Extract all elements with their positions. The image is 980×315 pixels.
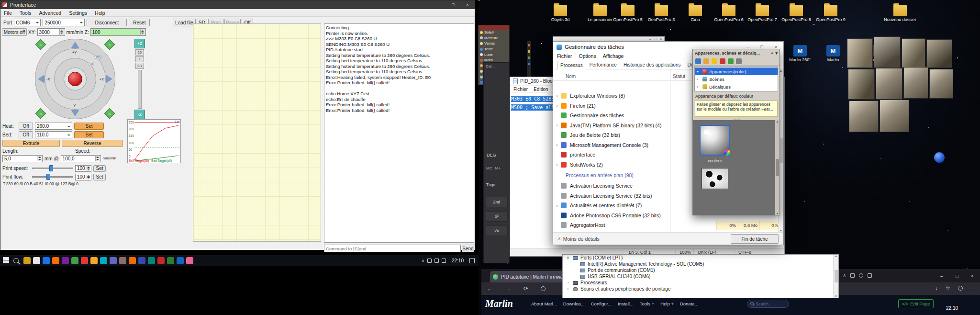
expand-icon[interactable]: ›	[566, 287, 570, 291]
scroll-down-icon[interactable]: ▼	[776, 212, 779, 215]
scroll-down-icon[interactable]: ▼	[835, 295, 837, 298]
planet-list-item[interactable]: Venus	[479, 41, 509, 46]
tray-chevron-up-icon[interactable]: ∧	[422, 259, 424, 263]
expand-icon[interactable]: ›	[553, 103, 561, 108]
jog-y-plus-arrow-icon[interactable]	[71, 42, 79, 48]
less-details-toggle[interactable]: ∧ Moins de détails	[558, 236, 600, 242]
nav-link[interactable]: Downloa...	[563, 301, 585, 306]
pattern-thumbnail[interactable]	[702, 168, 728, 189]
taskbar-app-icon[interactable]	[33, 257, 40, 264]
scroll-up-icon[interactable]: ▲	[835, 255, 837, 258]
appearance-ball-icon[interactable]	[720, 58, 725, 64]
tab[interactable]: Processus	[557, 61, 586, 69]
maximize-button[interactable]: □	[655, 37, 657, 41]
nav-link[interactable]: Donate...	[680, 301, 699, 306]
expand-icon[interactable]: ›	[553, 142, 561, 147]
taskbar-app-icon[interactable]	[62, 257, 69, 264]
second-function-button[interactable]: 2nd	[486, 197, 508, 207]
folder-icon[interactable]	[703, 58, 709, 64]
z-speed-stepper[interactable]: 100	[90, 28, 146, 36]
jog-x-plus-arrow-icon[interactable]	[106, 75, 112, 83]
print-speed-slider[interactable]	[32, 165, 73, 172]
home-x-button[interactable]: ⌂	[35, 39, 46, 50]
extrude-button[interactable]: Extrude	[2, 140, 60, 147]
xy-jog-pad[interactable]: +Y -Y -X +X ⌂ ⌂ ⌂ ⌂ 100 10	[35, 39, 115, 119]
expand-icon[interactable]: ›	[697, 77, 701, 81]
toolbar-icon[interactable]	[528, 63, 530, 65]
taskbar-app-icon[interactable]	[148, 257, 155, 264]
maximize-button[interactable]: □	[949, 269, 965, 282]
z-step-button[interactable]: 10	[135, 49, 144, 56]
disconnect-button[interactable]: Disconnect	[87, 19, 127, 26]
palette-scrollbar[interactable]: ▲▼	[775, 120, 780, 215]
pin-icon[interactable]: ▾	[775, 51, 778, 56]
desktop-icon[interactable]: OenPostPro 3	[644, 5, 679, 22]
bed-off-button[interactable]: Off	[19, 131, 33, 138]
menu-item[interactable]: Tools	[20, 10, 32, 16]
menu-item[interactable]: Fichier	[557, 53, 572, 59]
menu-item[interactable]: Settings	[69, 10, 87, 16]
site-search[interactable]	[747, 300, 789, 308]
planet-list-item[interactable]: Mercure	[479, 35, 509, 41]
jog-x-minus-arrow-icon[interactable]	[38, 75, 45, 83]
nav-link[interactable]: Configur...	[591, 301, 612, 306]
menu-item[interactable]: Fichier	[513, 87, 528, 92]
device-manager-scrollbar[interactable]: ▲▼	[833, 255, 838, 298]
taskbar-app-icon[interactable]	[186, 257, 193, 264]
load-file-button[interactable]: Load file	[173, 19, 196, 26]
nav-link[interactable]: Tools +	[640, 301, 654, 306]
z-minus-button[interactable]: -Z	[134, 110, 145, 119]
nav-link[interactable]: Help +	[660, 301, 674, 306]
expand-icon[interactable]: ›	[553, 162, 561, 167]
heat-temp-select[interactable]: 260.0	[35, 123, 72, 130]
command-input[interactable]	[324, 245, 461, 252]
expand-icon[interactable]: ›	[553, 203, 561, 208]
taskbar-app-icon[interactable]	[52, 257, 59, 264]
extrude-speed-stepper[interactable]: 100,0	[61, 155, 101, 162]
expand-icon[interactable]: ›	[566, 281, 570, 285]
taskbar-app-icon[interactable]	[90, 257, 98, 264]
xy-speed-stepper[interactable]: 3000	[37, 28, 65, 36]
calculator-mode[interactable]: DEG	[487, 153, 496, 158]
home-icon[interactable]	[695, 58, 701, 64]
heat-off-button[interactable]: Off	[19, 123, 33, 130]
memory-button[interactable]: MC	[486, 166, 492, 170]
print-speed-field[interactable]: 100	[75, 165, 91, 172]
printer-log-panel[interactable]: Connecting...Printer is now online.>>> M…	[324, 23, 474, 243]
toolbar-icon[interactable]	[528, 44, 530, 46]
tree-item-decals[interactable]: › Décalques	[695, 83, 778, 90]
taskbar-app-icon[interactable]	[43, 257, 50, 264]
menu-item[interactable]: Help	[95, 10, 105, 16]
z-plus-button[interactable]: +Z	[134, 39, 145, 48]
edit-page-button[interactable]: </> Edit Page	[898, 299, 934, 308]
desktop-icon[interactable]: Nouveau dossier	[883, 5, 917, 22]
marlin-logo[interactable]: Marlin	[485, 298, 513, 309]
expand-icon[interactable]: ›	[553, 123, 561, 128]
trigonometry-dropdown[interactable]: Trigo	[486, 182, 495, 187]
scrollbar-thumb[interactable]	[776, 159, 779, 176]
chevron-up-icon[interactable]: ∧	[843, 273, 846, 278]
desktop-icon[interactable]: Gina	[678, 5, 713, 22]
device-tree-item[interactable]: USB-SERIAL CH340 (COM6)	[563, 273, 838, 280]
desktop-icon[interactable]: OpenPostPro 6	[712, 5, 746, 22]
z-step-button[interactable]: 0.1	[135, 63, 144, 69]
bed-set-button[interactable]: Set	[74, 131, 104, 138]
start-button[interactable]	[3, 257, 10, 264]
z-slider-track[interactable]	[138, 70, 142, 109]
gcode-viewer[interactable]	[193, 23, 321, 242]
collapse-panel-icon[interactable]: «	[771, 51, 773, 56]
site-info-icon[interactable]	[541, 286, 546, 291]
search-icon[interactable]	[13, 258, 19, 263]
bed-temp-select[interactable]: 110.0	[35, 131, 72, 138]
tree-item-scenes[interactable]: › Scènes	[695, 75, 778, 83]
scrollbar-thumb[interactable]	[835, 270, 838, 282]
minimize-button[interactable]: –	[649, 37, 651, 41]
extrude-length-stepper[interactable]: 5,0	[2, 155, 43, 162]
print-flow-set-button[interactable]: Set	[93, 174, 106, 180]
baud-select[interactable]: 250000	[43, 19, 85, 26]
reload-icon[interactable]: ⟳	[523, 285, 528, 292]
toolbar-icon[interactable]	[528, 50, 530, 53]
search-input[interactable]	[756, 302, 782, 306]
planet-list-item[interactable]: Terre	[479, 46, 509, 52]
menu-icon[interactable]: ≡	[970, 285, 973, 291]
